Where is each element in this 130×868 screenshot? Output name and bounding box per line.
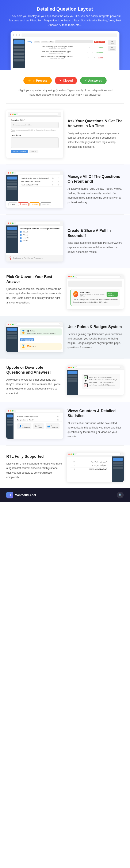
manage-q-title-3: How to configure NGINX? bbox=[21, 184, 49, 186]
best-answer-button[interactable]: Best Answer bbox=[106, 291, 118, 297]
dot-yellow-5 bbox=[10, 324, 11, 325]
poll-option-3[interactable]: Angular bbox=[20, 237, 60, 239]
browser-url-bar bbox=[21, 33, 117, 37]
question-meta-1: asked 2 hours ago · language bbox=[29, 48, 86, 49]
footer-search-button[interactable]: 🔍 bbox=[117, 492, 124, 498]
dot-red-8 bbox=[69, 454, 70, 455]
status-badges-container: ⚡ In Process ✕ Closed ✓ Answered bbox=[8, 77, 122, 84]
answered-badge[interactable]: ✓ Answered bbox=[80, 77, 106, 84]
upvote-button[interactable]: ▲ bbox=[84, 375, 88, 379]
sidebar-logo bbox=[13, 40, 25, 44]
views-nav-3 bbox=[7, 424, 13, 426]
cancel-button[interactable]: Cancel bbox=[29, 150, 38, 153]
ba-user-info: John Peter Added an answer on April 19, … bbox=[80, 291, 105, 297]
report-action[interactable]: ⚠ Report bbox=[41, 203, 51, 206]
manage-browser-mockup: How to fix foreign guest on English serv… bbox=[6, 171, 63, 208]
points-browser-mockup: 🏅 20 Points Voting up an answer in the c… bbox=[6, 322, 63, 352]
dot-yellow bbox=[12, 114, 13, 115]
manage-nav-4 bbox=[7, 188, 17, 190]
ba-avatar-initials: JP bbox=[74, 293, 77, 295]
poll-participate-bar[interactable]: ❓ Participate In Poll, Choose Your Answe… bbox=[6, 255, 63, 261]
chrome-url-8 bbox=[76, 453, 121, 456]
in-process-label: In Process bbox=[33, 79, 47, 82]
views-num-1: 21 bbox=[56, 416, 60, 417]
desc-textarea[interactable] bbox=[11, 137, 59, 148]
manage-ans-2: 3 bbox=[56, 181, 60, 182]
in-process-badge[interactable]: ⚡ In Process bbox=[24, 77, 52, 84]
manage-votes-2: 11 bbox=[51, 181, 55, 182]
subscribers-icon: 👥 bbox=[47, 425, 50, 428]
points-label-2: Points bbox=[32, 345, 36, 347]
views-browser-body: How to fix server configuration? 21 Best… bbox=[6, 413, 63, 439]
rtl-feature-title: RTL Fully Supported bbox=[6, 454, 62, 459]
poll-feature-text: Create & Share A Poll In Seconds!! Take … bbox=[68, 228, 124, 254]
vote-section: Upvote or Downvote Questions and Answers… bbox=[0, 359, 130, 402]
ba-user-row: JP John Peter Added an answer on April 1… bbox=[73, 291, 118, 297]
ba-avatar: JP bbox=[73, 291, 78, 297]
delete-action[interactable]: 🗑 Delete bbox=[18, 203, 29, 206]
points-feature-description: Besides gaining reputation with your que… bbox=[68, 332, 124, 350]
ask-chrome-bar bbox=[8, 112, 61, 117]
points-value-2: 250 bbox=[27, 345, 31, 347]
title-input[interactable]: Enter your question title... bbox=[11, 122, 59, 128]
question-votes-2: 11 bbox=[85, 52, 89, 53]
sidebar-item-4 bbox=[13, 56, 25, 58]
chrome-url-4 bbox=[76, 275, 121, 278]
title-hint: Please choose an appropriate title for t… bbox=[11, 129, 59, 132]
chrome-url-7 bbox=[15, 410, 60, 412]
points-layout: 🏅 20 Points Voting up an answer in the c… bbox=[6, 322, 124, 352]
points-note-1: Voting up an answer in the community. bbox=[27, 332, 56, 334]
poll-option-2[interactable]: Vue.js bbox=[20, 234, 60, 236]
rtl-q-3: كيف أضبط إعدادات NGINX؟ 8 bbox=[71, 467, 108, 471]
question-row-2: What is the best framework for React app… bbox=[27, 50, 105, 55]
vote-browser-body: ▲ 2 ▼ In my local language (Bahasa Indon… bbox=[67, 370, 124, 395]
vote-feature-title: Upvote or Downvote Questions and Answers… bbox=[6, 365, 62, 375]
points-right-panel: 🏅 20 Points Voting up an answer in the c… bbox=[18, 327, 63, 352]
chrome-url bbox=[18, 113, 58, 116]
stat-followers: 👤 5 Followers bbox=[17, 424, 31, 429]
views-label: 12 Views bbox=[38, 424, 42, 428]
dot-green-2 bbox=[12, 172, 13, 174]
submit-button[interactable]: Submit Question bbox=[11, 150, 28, 153]
dot-red-4 bbox=[69, 276, 70, 277]
manage-votes-1: 21 bbox=[51, 177, 55, 179]
points-logo bbox=[7, 328, 17, 331]
nav-ask-btn[interactable]: Ask Question bbox=[94, 41, 105, 43]
downvote-button[interactable]: ▼ bbox=[84, 383, 88, 387]
question-title-1: How to fix foreign guest on an English s… bbox=[29, 46, 86, 47]
best-answer-section: Pick Or Upvote Your Best Answer Question… bbox=[0, 268, 130, 316]
close-action[interactable]: ✕ Close bbox=[30, 203, 40, 206]
views-section: How to fix server configuration? 21 Best… bbox=[0, 402, 130, 445]
rtl-num-1: 21 bbox=[72, 461, 76, 463]
ba-feature-text: Pick Or Upvote Your Best Answer Question… bbox=[6, 274, 62, 305]
points-icon-2: 🥇 bbox=[21, 344, 26, 348]
closed-badge[interactable]: ✕ Closed bbox=[55, 77, 77, 84]
process-icon: ⚡ bbox=[28, 79, 31, 82]
status-description: Hilight your questions by using Question… bbox=[14, 88, 116, 97]
dot-green-6 bbox=[73, 367, 74, 368]
poll-option-4[interactable]: Svelte bbox=[20, 240, 60, 242]
vote-feature-text: Upvote or Downvote Questions and Answers… bbox=[6, 365, 62, 396]
stat-box-1: 21 Votes bbox=[108, 40, 116, 45]
poll-chrome-bar bbox=[6, 221, 63, 225]
rtl-layout: RTL Fully Supported Discy is RTL fully s… bbox=[6, 452, 124, 482]
views-q-title-2: Best practices for React? bbox=[17, 419, 54, 421]
poll-nav-2 bbox=[7, 234, 17, 235]
views-feature-title: Views Counters & Detailed Statistics bbox=[68, 409, 124, 418]
edit-action[interactable]: ✏ Edit bbox=[8, 203, 17, 206]
views-q-title-1: How to fix server configuration? bbox=[17, 416, 54, 417]
views-num-2: 11 bbox=[56, 419, 60, 421]
poll-section: What is your favorite JavaScript framewo… bbox=[0, 215, 130, 268]
browser-sidebar bbox=[13, 38, 25, 68]
dot-yellow-6 bbox=[71, 367, 72, 368]
dot-red-5 bbox=[8, 324, 9, 325]
views-q-1: How to fix server configuration? 21 bbox=[15, 415, 61, 418]
dot-yellow-8 bbox=[71, 454, 72, 455]
manage-sidebar bbox=[6, 175, 18, 201]
manage-nav-3 bbox=[7, 186, 17, 188]
question-answers-3: 2 bbox=[92, 57, 96, 58]
poll-browser-mockup: What is your favorite JavaScript framewo… bbox=[6, 221, 63, 261]
dot-red-7 bbox=[8, 410, 9, 411]
browser-nav: Discy Home Answers Blog Ask Question bbox=[27, 40, 105, 43]
poll-option-1[interactable]: React bbox=[20, 231, 60, 233]
